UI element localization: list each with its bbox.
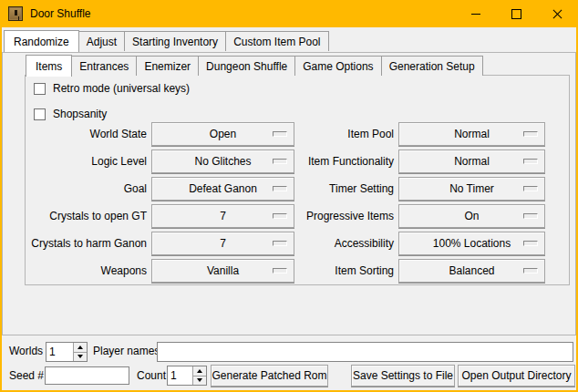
close-button[interactable] [537,0,578,27]
items-pane: Retro mode (universal keys) Shopsanity W… [25,75,570,285]
crystals-ganon-label: Crystals to harm Ganon [26,232,147,255]
player-names-input[interactable] [157,342,573,362]
retro-mode-checkbox[interactable] [34,83,46,95]
menu-indicator-icon [273,268,287,273]
logic-level-value: No Glitches [194,155,251,168]
window-controls [455,0,578,27]
timer-setting-label: Timer Setting [295,177,394,201]
weapons-value: Vanilla [207,264,239,277]
app-window: Door Shuffle Randomize Adjust Starting I… [0,0,578,392]
crystals-ganon-value: 7 [220,237,226,250]
menu-indicator-icon [273,131,287,137]
shopsanity-checkbox-row: Shopsanity [34,108,107,120]
timer-setting-dropdown[interactable]: No Timer [398,177,545,201]
worlds-spinner[interactable] [46,342,88,362]
tab-items[interactable]: Items [26,55,72,77]
close-icon [552,9,563,19]
menu-indicator-icon [523,186,538,191]
tab-dungeon-shuffle[interactable]: Dungeon Shuffle [198,56,295,76]
goal-label: Goal [26,177,147,201]
item-pool-dropdown[interactable]: Normal [398,122,545,146]
crystals-ganon-dropdown[interactable]: 7 [151,232,294,255]
goal-dropdown[interactable]: Defeat Ganon [151,177,294,201]
world-state-label: World State [26,122,147,146]
tab-game-options[interactable]: Game Options [294,56,381,76]
count-label: Count [137,369,166,382]
worlds-input[interactable] [46,343,73,361]
menu-indicator-icon [523,268,538,273]
open-output-directory-button[interactable]: Open Output Directory [458,365,575,387]
logic-level-label: Logic Level [26,150,147,173]
arrow-down-icon [77,355,83,358]
maximize-icon [511,9,521,19]
progressive-items-dropdown[interactable]: On [398,204,545,228]
worlds-spin-up-button[interactable] [74,343,87,353]
item-functionality-dropdown[interactable]: Normal [398,150,545,173]
accessibility-dropdown[interactable]: 100% Locations [398,232,545,255]
minimize-icon [471,14,480,15]
item-functionality-value: Normal [454,155,490,168]
arrow-up-icon [77,346,83,349]
worlds-spin-down-button[interactable] [74,353,87,362]
menu-indicator-icon [273,186,287,191]
menu-indicator-icon [523,131,538,137]
menu-indicator-icon [273,213,287,219]
accessibility-value: 100% Locations [433,237,511,250]
item-pool-label: Item Pool [295,122,394,146]
item-sorting-label: Item Sorting [295,259,394,283]
menu-indicator-icon [273,159,287,164]
generate-patched-rom-button[interactable]: Generate Patched Rom [211,365,328,387]
tab-custom-item-pool[interactable]: Custom Item Pool [225,31,328,51]
tab-randomize[interactable]: Randomize [4,30,79,52]
shopsanity-checkbox[interactable] [34,108,46,120]
retro-mode-checkbox-row: Retro mode (universal keys) [34,82,190,95]
titlebar: Door Shuffle [0,0,578,27]
count-spinner-buttons [192,366,206,385]
progressive-items-value: On [464,210,479,222]
goal-value: Defeat Ganon [189,182,257,195]
timer-setting-value: No Timer [449,182,494,195]
save-settings-button[interactable]: Save Settings to File [351,365,455,387]
door-icon [8,6,23,21]
seed-label: Seed # [9,369,44,382]
minimize-button[interactable] [455,0,496,27]
weapons-dropdown[interactable]: Vanilla [151,259,294,283]
crystals-gt-dropdown[interactable]: 7 [151,204,294,228]
crystals-gt-label: Crystals to open GT [26,204,147,228]
arrow-up-icon [197,369,202,373]
item-functionality-label: Item Functionality [295,150,394,173]
item-sorting-value: Balanced [449,264,494,277]
menu-indicator-icon [523,213,538,219]
tab-enemizer[interactable]: Enemizer [136,56,199,76]
accessibility-label: Accessibility [295,232,394,255]
tab-entrances[interactable]: Entrances [71,56,137,76]
world-state-dropdown[interactable]: Open [151,122,294,146]
count-spin-down-button[interactable] [193,377,206,386]
count-spinner[interactable] [167,366,207,386]
crystals-gt-value: 7 [220,210,226,222]
window-title: Door Shuffle [30,7,91,20]
item-sorting-dropdown[interactable]: Balanced [398,259,545,283]
weapons-label: Weapons [26,259,147,283]
item-pool-value: Normal [454,128,490,140]
player-names-label: Player names [93,345,160,357]
tab-generation-setup[interactable]: Generation Setup [381,56,483,76]
tab-starting-inventory[interactable]: Starting Inventory [124,31,226,51]
worlds-label: Worlds [9,345,43,357]
progressive-items-label: Progressive Items [295,204,394,228]
inner-tab-bar: Items Entrances Enemizer Dungeon Shuffle… [26,55,482,76]
arrow-down-icon [197,378,202,382]
logic-level-dropdown[interactable]: No Glitches [151,150,294,173]
outer-tab-bar: Randomize Adjust Starting Inventory Cust… [4,30,328,51]
count-input[interactable] [168,366,192,385]
worlds-spinner-buttons [73,343,87,361]
menu-indicator-icon [523,159,538,164]
retro-mode-label: Retro mode (universal keys) [53,82,190,95]
menu-indicator-icon [273,241,287,246]
seed-input[interactable] [45,366,129,385]
count-spin-up-button[interactable] [193,366,206,377]
shopsanity-label: Shopsanity [53,108,107,120]
tab-adjust[interactable]: Adjust [78,31,125,51]
world-state-value: Open [210,128,236,140]
maximize-button[interactable] [496,0,537,27]
